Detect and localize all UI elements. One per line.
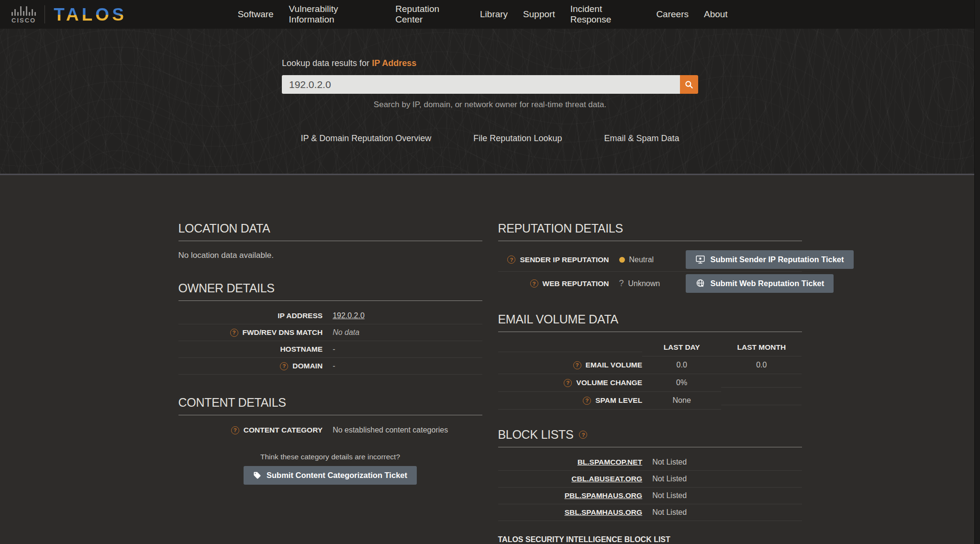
right-column: REPUTATION DETAILS ? SENDER IP REPUTATIO…	[498, 222, 802, 544]
brand-area: CISCO TALOS	[11, 5, 127, 24]
web-reputation-value: Unknown	[628, 279, 660, 288]
cbl-abuseat-org-link[interactable]: CBL.ABUSEAT.ORG	[571, 475, 642, 483]
table-row: CBL.ABUSEAT.ORG Not Listed	[498, 471, 802, 488]
help-icon[interactable]: ?	[280, 362, 288, 370]
domain-label: DOMAIN	[292, 362, 323, 370]
help-icon[interactable]: ?	[573, 361, 581, 369]
top-navigation-bar: CISCO TALOS Software Vulnerability Infor…	[0, 0, 980, 29]
table-row: ? SENDER IP REPUTATION Neutral	[498, 248, 802, 271]
block-lists-title: BLOCK LISTS	[498, 428, 574, 442]
brand-divider	[45, 5, 45, 23]
tab-ip-domain-reputation-overview[interactable]: IP & Domain Reputation Overview	[280, 133, 453, 144]
volume-change-last-day: 0%	[642, 374, 721, 392]
sbl-spamhaus-org-status: Not Listed	[642, 508, 802, 517]
nav-item-vulnerability-information[interactable]: Vulnerability Information	[289, 4, 380, 25]
tab-email-spam-data[interactable]: Email & Spam Data	[583, 133, 700, 144]
search-hero-section: Lookup data results for IP Address Searc…	[0, 29, 980, 175]
email-volume-last-month: 0.0	[721, 356, 802, 374]
table-row: ? CONTENT CATEGORY No established conten…	[178, 422, 482, 438]
content-category-label: CONTENT CATEGORY	[244, 426, 323, 434]
cisco-bars-icon	[11, 5, 36, 16]
content-category-value: No established content categories	[323, 426, 482, 434]
submit-content-categorization-ticket-button[interactable]: Submit Content Categorization Ticket	[244, 466, 417, 485]
search-input[interactable]	[282, 75, 680, 94]
table-row: ? WEB REPUTATION ? Unknown	[498, 271, 802, 295]
help-icon[interactable]: ?	[530, 279, 538, 288]
cbl-abuseat-org-status: Not Listed	[642, 475, 802, 483]
web-reputation-label: WEB REPUTATION	[543, 279, 609, 288]
hostname-value: -	[323, 345, 482, 354]
sender-ip-reputation-value: Neutral	[629, 255, 654, 264]
content-details-section: CONTENT DETAILS ? CONTENT CATEGORY No es…	[178, 396, 482, 485]
location-data-section: LOCATION DATA No location data available…	[178, 222, 482, 260]
spam-level-last-month	[721, 396, 802, 405]
nav-item-reputation-center[interactable]: Reputation Center	[395, 4, 465, 25]
scrollbar[interactable]	[974, 0, 980, 544]
help-icon[interactable]: ?	[507, 255, 515, 264]
sender-ip-reputation-label: SENDER IP REPUTATION	[520, 255, 609, 264]
nav-item-about[interactable]: About	[704, 9, 728, 20]
nav-item-library[interactable]: Library	[480, 9, 508, 20]
cisco-wordmark: CISCO	[11, 17, 36, 24]
status-dot-neutral	[619, 257, 625, 263]
talos-logo[interactable]: TALOS	[54, 6, 127, 23]
spam-level-label: SPAM LEVEL	[595, 396, 642, 405]
email-volume-last-day: 0.0	[642, 356, 721, 374]
volume-change-label: VOLUME CHANGE	[576, 378, 642, 387]
col-last-day: LAST DAY	[642, 339, 721, 356]
nav-item-support[interactable]: Support	[523, 9, 555, 20]
reputation-details-heading: REPUTATION DETAILS	[498, 222, 802, 241]
submit-sender-ip-reputation-ticket-button[interactable]: Submit Sender IP Reputation Ticket	[686, 250, 854, 269]
table-row: ? DOMAIN -	[178, 358, 482, 375]
fwd-rev-dns-match-value: No data	[333, 328, 359, 336]
volume-change-last-month	[721, 378, 802, 388]
location-data-heading: LOCATION DATA	[178, 222, 482, 241]
submit-web-reputation-ticket-label: Submit Web Reputation Ticket	[711, 279, 824, 288]
sbl-spamhaus-org-link[interactable]: SBL.SPAMHAUS.ORG	[565, 508, 642, 517]
content-details-heading: CONTENT DETAILS	[178, 396, 482, 415]
nav-item-incident-response[interactable]: Incident Response	[570, 4, 641, 25]
help-icon[interactable]: ?	[564, 379, 572, 387]
owner-details-section: OWNER DETAILS IP ADDRESS 192.0.2.0 ? FWD…	[178, 281, 482, 375]
monitor-star-icon	[695, 255, 705, 265]
results-content: LOCATION DATA No location data available…	[0, 175, 980, 544]
talos-block-list-subheading: TALOS SECURITY INTELLIGENCE BLOCK LIST	[498, 535, 802, 544]
ip-address-link[interactable]: 192.0.2.0	[333, 311, 365, 320]
owner-details-heading: OWNER DETAILS	[178, 281, 482, 301]
pbl-spamhaus-org-status: Not Listed	[642, 491, 802, 500]
nav-item-careers[interactable]: Careers	[656, 9, 689, 20]
globe-star-icon	[695, 278, 705, 289]
table-row: HOSTNAME -	[178, 341, 482, 358]
block-lists-heading: BLOCK LISTS ?	[498, 428, 802, 447]
pbl-spamhaus-org-link[interactable]: PBL.SPAMHAUS.ORG	[565, 491, 642, 500]
unknown-question-mark: ?	[619, 278, 624, 289]
bl-spamcop-net-link[interactable]: BL.SPAMCOP.NET	[578, 458, 643, 466]
help-icon[interactable]: ?	[583, 397, 591, 405]
search-button[interactable]	[680, 75, 698, 94]
tab-file-reputation-lookup[interactable]: File Reputation Lookup	[452, 133, 583, 144]
help-icon[interactable]: ?	[230, 329, 238, 337]
help-icon[interactable]: ?	[231, 426, 239, 434]
submit-content-categorization-ticket-label: Submit Content Categorization Ticket	[267, 471, 407, 480]
cisco-logo[interactable]: CISCO	[11, 5, 36, 24]
lookup-label-type: IP Address	[372, 58, 416, 68]
email-volume-data-section: EMAIL VOLUME DATA LAST DAY LAST MONTH ? …	[498, 312, 802, 410]
lookup-label-prefix: Lookup data results for	[282, 58, 372, 68]
fwd-rev-dns-match-label: FWD/REV DNS MATCH	[243, 328, 323, 337]
main-nav-menu: Software Vulnerability Information Reput…	[238, 4, 728, 25]
submit-web-reputation-ticket-button[interactable]: Submit Web Reputation Ticket	[686, 274, 834, 293]
table-row: BL.SPAMCOP.NET Not Listed	[498, 454, 802, 471]
table-row: ? FWD/REV DNS MATCH No data	[178, 324, 482, 341]
table-row: PBL.SPAMHAUS.ORG Not Listed	[498, 488, 802, 504]
help-icon[interactable]: ?	[579, 431, 587, 439]
table-row: IP ADDRESS 192.0.2.0	[178, 308, 482, 324]
reputation-tabs: IP & Domain Reputation Overview File Rep…	[282, 127, 698, 149]
table-row: SBL.SPAMHAUS.ORG Not Listed	[498, 504, 802, 521]
nav-item-software[interactable]: Software	[238, 9, 274, 20]
email-volume-table: LAST DAY LAST MONTH ? EMAIL VOLUME 0.0 0…	[498, 339, 802, 410]
location-data-empty-text: No location data available.	[178, 251, 482, 260]
search-help-text: Search by IP, domain, or network owner f…	[282, 100, 698, 110]
lookup-results-label: Lookup data results for IP Address	[282, 58, 698, 68]
spam-level-last-day: None	[642, 392, 721, 410]
bl-spamcop-net-status: Not Listed	[642, 458, 802, 466]
